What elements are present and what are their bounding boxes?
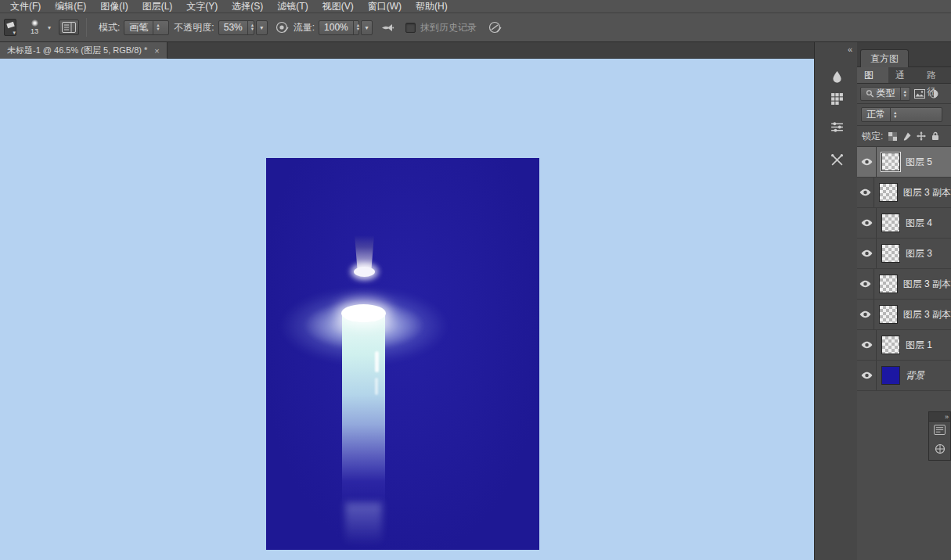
eye-icon	[859, 188, 871, 196]
layer-thumbnail[interactable]	[881, 336, 900, 354]
brush-tip-icon	[31, 20, 38, 27]
layer-row-4[interactable]: 图层 4	[857, 208, 951, 239]
visibility-toggle[interactable]	[857, 239, 877, 268]
lock-options-row: 锁定:	[857, 126, 951, 147]
brush-presets-panel-icon[interactable]	[934, 424, 946, 438]
tool-preset-picker[interactable]: ▾	[4, 19, 16, 36]
color-panel-icon[interactable]	[827, 67, 847, 86]
tool-presets-panel-icon[interactable]	[827, 150, 847, 169]
layer-name[interactable]: 图层 3 副本	[903, 308, 951, 321]
lock-label: 锁定:	[862, 130, 883, 143]
visibility-toggle[interactable]	[857, 300, 874, 329]
visibility-toggle[interactable]	[857, 269, 874, 299]
spinner-arrows-icon: ▲▼	[890, 108, 899, 121]
layer-thumbnail[interactable]	[881, 214, 900, 232]
tablet-pressure-opacity-button[interactable]	[276, 21, 289, 34]
visibility-toggle[interactable]	[857, 178, 874, 207]
tab-paths[interactable]: 路径	[920, 67, 951, 83]
lock-all-icon[interactable]	[931, 131, 939, 141]
eraser-tool-icon	[6, 22, 14, 28]
mode-label: 模式:	[99, 21, 120, 34]
close-tab-icon[interactable]: ×	[154, 46, 159, 56]
filter-adjustment-layers-icon[interactable]	[929, 89, 938, 99]
menu-layer[interactable]: 图层(L)	[135, 0, 180, 13]
panel-dock: 直方图 图层 通道 路径 类型 ▲▼ 正常 ▲▼ 锁定:	[857, 42, 951, 560]
layer-name[interactable]: 图层 3	[906, 247, 932, 260]
layer-name[interactable]: 图层 1	[906, 339, 932, 352]
swatches-panel-icon[interactable]	[827, 89, 847, 108]
menu-type[interactable]: 文字(Y)	[179, 0, 225, 13]
expand-dock-button[interactable]: »	[928, 411, 951, 422]
layer-filter-row: 类型 ▲▼	[857, 84, 951, 104]
layer-thumbnail[interactable]	[879, 275, 898, 293]
layer-row-3-copy[interactable]: 图层 3 副本	[857, 178, 951, 208]
document-tab[interactable]: 未标题-1 @ 46.5% (图层 5, RGB/8) * ×	[0, 42, 168, 59]
layer-thumbnail[interactable]	[881, 153, 900, 171]
search-icon	[866, 89, 874, 98]
document-title: 未标题-1 @ 46.5% (图层 5, RGB/8) *	[7, 45, 147, 56]
layer-name[interactable]: 图层 4	[906, 217, 932, 230]
filter-kind-select[interactable]: 类型 ▲▼	[860, 87, 910, 101]
toggle-brush-panel-button[interactable]	[59, 20, 79, 35]
flow-label: 流量:	[294, 21, 315, 34]
layer-row-3-copy-2[interactable]: 图层 3 副本	[857, 269, 951, 300]
lock-image-icon[interactable]	[902, 132, 911, 141]
eye-icon	[861, 341, 873, 349]
layer-row-1[interactable]: 图层 1	[857, 330, 951, 361]
eye-icon	[861, 372, 873, 379]
blend-mode-select[interactable]: 正常 ▲▼	[861, 107, 942, 122]
opacity-slider-button[interactable]: ▾	[256, 20, 268, 35]
visibility-toggle[interactable]	[857, 147, 877, 177]
pressure-size-icon	[488, 21, 502, 34]
layer-thumbnail[interactable]	[881, 366, 900, 385]
eye-icon	[859, 311, 871, 318]
menu-help[interactable]: 帮助(H)	[409, 0, 455, 13]
collapse-panels-button[interactable]: «	[848, 45, 852, 54]
layer-name[interactable]: 图层 5	[906, 156, 932, 169]
menu-view[interactable]: 视图(V)	[315, 0, 361, 13]
visibility-toggle[interactable]	[857, 361, 877, 390]
lock-transparency-icon[interactable]	[888, 132, 897, 141]
tablet-pressure-size-button[interactable]	[488, 21, 502, 34]
menu-filter[interactable]: 滤镜(T)	[270, 0, 315, 13]
layer-row-background[interactable]: 背景	[857, 361, 951, 391]
airbrush-toggle-button[interactable]	[380, 22, 394, 34]
menu-file[interactable]: 文件(F)	[3, 0, 48, 13]
menu-edit[interactable]: 编辑(E)	[48, 0, 93, 13]
document-canvas[interactable]	[266, 158, 539, 550]
adjustments-panel-icon[interactable]	[827, 117, 847, 136]
layer-row-3-copy-3[interactable]: 图层 3 副本	[857, 300, 951, 330]
tab-channels[interactable]: 通道	[888, 67, 920, 83]
layer-name[interactable]: 背景	[906, 369, 924, 382]
menu-window[interactable]: 窗口(W)	[361, 0, 409, 13]
tab-histogram[interactable]: 直方图	[860, 49, 909, 67]
artwork-highlight-streak	[375, 378, 378, 395]
visibility-toggle[interactable]	[857, 208, 877, 238]
menu-image[interactable]: 图像(I)	[93, 0, 135, 13]
brush-picker-arrow[interactable]: ▾	[48, 24, 51, 31]
layer-thumbnail[interactable]	[881, 244, 900, 263]
brush-preset-picker[interactable]: 13	[23, 15, 46, 40]
lock-position-icon[interactable]	[917, 131, 926, 141]
erase-to-history-checkbox[interactable]	[405, 23, 416, 33]
layer-thumbnail[interactable]	[879, 183, 898, 202]
clone-source-panel-icon[interactable]	[935, 443, 946, 458]
opacity-select[interactable]: 53% ▲▼	[218, 20, 254, 35]
filter-pixel-layers-icon[interactable]	[914, 89, 925, 99]
tab-layers[interactable]: 图层	[857, 67, 888, 83]
eye-icon	[859, 280, 871, 288]
layer-row-5[interactable]: 图层 5	[857, 147, 951, 178]
layer-name[interactable]: 图层 3 副本	[903, 278, 951, 291]
canvas-workspace[interactable]	[0, 59, 814, 560]
flow-select[interactable]: 100% ▲▼	[319, 20, 359, 35]
document-tab-bar: 未标题-1 @ 46.5% (图层 5, RGB/8) * ×	[0, 42, 814, 59]
layer-row-3[interactable]: 图层 3	[857, 239, 951, 269]
flow-slider-button[interactable]: ▾	[361, 20, 373, 35]
menu-select[interactable]: 选择(S)	[225, 0, 270, 13]
visibility-toggle[interactable]	[857, 330, 877, 360]
separator	[86, 18, 87, 37]
mode-select[interactable]: 画笔 ▲▼	[124, 20, 169, 35]
histogram-panel-header: 直方图	[857, 42, 951, 67]
layer-name[interactable]: 图层 3 副本	[903, 186, 951, 199]
layer-thumbnail[interactable]	[879, 305, 898, 324]
